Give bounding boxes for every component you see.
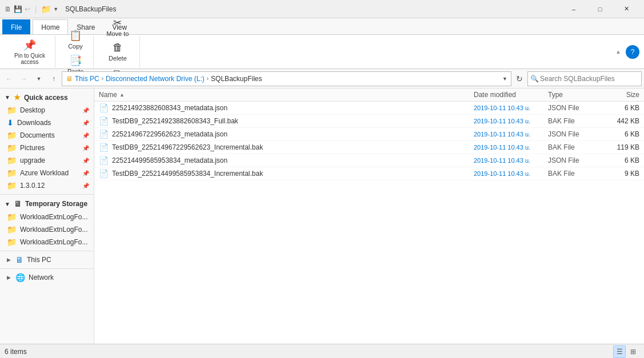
ribbon-delete-btn[interactable]: 🗑 Delete bbox=[103, 40, 132, 63]
folder-icon: 📁 bbox=[7, 106, 17, 115]
file-name-text: 225214499585953834_metadata.json bbox=[112, 156, 227, 164]
close-button[interactable]: ✕ bbox=[613, 0, 639, 18]
file-size-cell: 6 KB bbox=[599, 156, 639, 164]
delete-label: Delete bbox=[109, 55, 127, 62]
file-row[interactable]: 📄 225214499585953834_metadata.json 2019-… bbox=[94, 154, 644, 167]
back-button[interactable]: ← bbox=[2, 72, 16, 86]
sidebar-item-pictures-label: Pictures bbox=[20, 144, 45, 152]
large-icons-view-button[interactable]: ⊞ bbox=[627, 345, 639, 358]
network-icon: 🌐 bbox=[15, 273, 25, 282]
file-name-cell: 📄 TestDB9_225214923882608343_Full.bak bbox=[99, 116, 474, 126]
file-name-cell: 📄 225214499585953834_metadata.json bbox=[99, 156, 474, 165]
file-name-text: TestDB9_225214923882608343_Full.bak bbox=[112, 117, 238, 125]
expand-thispc-icon: ▶ bbox=[7, 257, 11, 263]
sidebar-item-workload-1-label: WorkloadExtnLogFo... bbox=[20, 213, 88, 221]
col-type-label: Type bbox=[548, 91, 563, 99]
col-name-label: Name bbox=[99, 91, 117, 99]
file-row[interactable]: 📄 TestDB9_225214923882608343_Full.bak 20… bbox=[94, 115, 644, 128]
tab-file[interactable]: File bbox=[2, 19, 30, 34]
forward-button[interactable]: → bbox=[17, 72, 31, 86]
title-bar: 🗎 💾 ↩ | 📁 ▼ SQLBackupFiles – □ ✕ bbox=[0, 0, 644, 18]
sidebar-item-network[interactable]: ▶ 🌐 Network bbox=[0, 271, 94, 284]
sidebar-item-desktop[interactable]: 📁 Desktop 📌 bbox=[0, 104, 94, 116]
maximize-button[interactable]: □ bbox=[587, 0, 613, 18]
sidebar-item-workload-3[interactable]: 📁 WorkloadExtnLogFo... bbox=[0, 236, 94, 248]
ribbon-pin-btn[interactable]: 📌 Pin to Quickaccess bbox=[9, 38, 50, 66]
main-area: ▼ ★ Quick access 📁 Desktop 📌 ⬇ Downloads… bbox=[0, 89, 644, 344]
folder-wl1-icon: 📁 bbox=[7, 212, 17, 222]
file-row[interactable]: 📄 TestDB9_225214499585953834_Incremental… bbox=[94, 167, 644, 180]
minimize-button[interactable]: – bbox=[561, 0, 587, 18]
file-icon-bak: 📄 bbox=[99, 116, 109, 126]
pin-icon-desktop: 📌 bbox=[82, 107, 89, 114]
sidebar-item-documents[interactable]: 📁 Documents 📌 bbox=[0, 129, 94, 142]
file-name-text: TestDB9_225214499585953834_Incremental.b… bbox=[112, 170, 263, 178]
help-button[interactable]: ? bbox=[626, 45, 639, 59]
folder-upgrade-icon: 📁 bbox=[7, 156, 17, 165]
breadcrumb-arrow-1: › bbox=[102, 75, 103, 82]
sidebar-item-pictures[interactable]: 📁 Pictures 📌 bbox=[0, 142, 94, 154]
col-header-name[interactable]: Name ▲ bbox=[99, 91, 474, 99]
file-date-cell: 2019-10-11 10.43 u. bbox=[474, 118, 548, 124]
file-name-cell: 📄 TestDB9_225214499585953834_Incremental… bbox=[99, 169, 474, 178]
file-date-cell: 2019-10-11 10.43 u. bbox=[474, 157, 548, 164]
file-size-cell: 6 KB bbox=[599, 130, 639, 138]
pin-icon-version: 📌 bbox=[82, 183, 89, 189]
quick-access-header[interactable]: ▼ ★ Quick access bbox=[0, 91, 94, 104]
sidebar-item-this-pc[interactable]: ▶ 🖥 This PC bbox=[0, 254, 94, 266]
file-row[interactable]: 📄 225214967229562623_metadata.json 2019-… bbox=[94, 128, 644, 141]
file-icon-bak: 📄 bbox=[99, 143, 109, 152]
title-dropdown-icon: ▼ bbox=[53, 6, 58, 12]
sidebar-item-downloads-label: Downloads bbox=[17, 119, 51, 127]
recent-locations-button[interactable]: ▼ bbox=[32, 72, 46, 86]
computer-icon: 🖥 bbox=[15, 255, 23, 264]
file-row[interactable]: 📄 225214923882608343_metadata.json 2019-… bbox=[94, 102, 644, 115]
sort-arrow-name: ▲ bbox=[119, 92, 125, 98]
file-size-cell: 442 KB bbox=[599, 117, 639, 125]
ribbon-copy-btn[interactable]: 📋 Copy bbox=[63, 27, 88, 51]
sidebar-item-upgrade[interactable]: 📁 upgrade 📌 bbox=[0, 154, 94, 167]
col-header-date[interactable]: Date modified bbox=[474, 91, 548, 99]
sidebar-item-workload-2[interactable]: 📁 WorkloadExtnLogFo... bbox=[0, 223, 94, 236]
file-list-header: Name ▲ Date modified Type Size bbox=[94, 89, 644, 102]
copy-label: Copy bbox=[68, 43, 83, 50]
temp-storage-header[interactable]: ▼ 🖥 Temporary Storage bbox=[0, 197, 94, 211]
sidebar-item-azure-workload[interactable]: 📁 Azure Workload 📌 bbox=[0, 167, 94, 179]
file-type-cell: BAK File bbox=[548, 170, 599, 178]
title-separator: | bbox=[35, 5, 37, 13]
file-type-cell: JSON File bbox=[548, 156, 599, 164]
breadcrumb-this-pc[interactable]: This PC bbox=[75, 75, 99, 83]
file-name-cell: 📄 TestDB9_225214967229562623_Incremental… bbox=[99, 143, 474, 152]
sidebar-item-downloads[interactable]: ⬇ Downloads 📌 bbox=[0, 116, 94, 129]
file-date-cell: 2019-10-11 10.43 u. bbox=[474, 104, 548, 111]
up-button[interactable]: ↑ bbox=[47, 72, 61, 86]
breadcrumb-arrow-2: › bbox=[207, 75, 209, 82]
file-name-cell: 📄 225214923882608343_metadata.json bbox=[99, 103, 474, 112]
breadcrumb-network-drive[interactable]: Disconnected Network Drive (L:) bbox=[106, 75, 205, 83]
file-name-text: 225214923882608343_metadata.json bbox=[112, 104, 227, 112]
navigation-bar: ← → ▼ ↑ 🖥 This PC › Disconnected Network… bbox=[0, 69, 644, 89]
ribbon-group-organize: ✂ Move to 🗑 Delete ✏ Rename bbox=[96, 36, 140, 68]
details-view-button[interactable]: ☰ bbox=[613, 345, 626, 358]
sidebar-item-documents-label: Documents bbox=[20, 131, 55, 139]
folder-pic-icon: 📁 bbox=[7, 143, 17, 152]
refresh-button[interactable]: ↻ bbox=[513, 72, 526, 86]
temp-storage-expand-icon: ▼ bbox=[5, 201, 10, 207]
ribbon-move-btn[interactable]: ✂ Move to bbox=[101, 15, 134, 39]
pin-icon-upgrade: 📌 bbox=[82, 158, 89, 164]
pin-icon-azure: 📌 bbox=[82, 170, 89, 176]
col-size-label: Size bbox=[626, 91, 639, 99]
sidebar-item-version[interactable]: 📁 1.3.0.12 📌 bbox=[0, 179, 94, 192]
sidebar-item-workload-1[interactable]: 📁 WorkloadExtnLogFo... bbox=[0, 211, 94, 223]
col-header-type[interactable]: Type bbox=[548, 91, 599, 99]
folder-ver-icon: 📁 bbox=[7, 181, 17, 190]
file-icon-bak: 📄 bbox=[99, 169, 109, 178]
ribbon-group-nav: 📌 Pin to Quickaccess bbox=[5, 36, 55, 68]
pin-icon: 📌 bbox=[23, 39, 36, 51]
file-row[interactable]: 📄 TestDB9_225214967229562623_Incremental… bbox=[94, 141, 644, 154]
quick-access-label: Quick access bbox=[24, 94, 68, 102]
folder-wl2-icon: 📁 bbox=[7, 225, 17, 234]
col-header-size[interactable]: Size bbox=[599, 91, 639, 99]
view-icons: ☰ ⊞ bbox=[613, 345, 639, 358]
search-input[interactable] bbox=[540, 75, 639, 83]
